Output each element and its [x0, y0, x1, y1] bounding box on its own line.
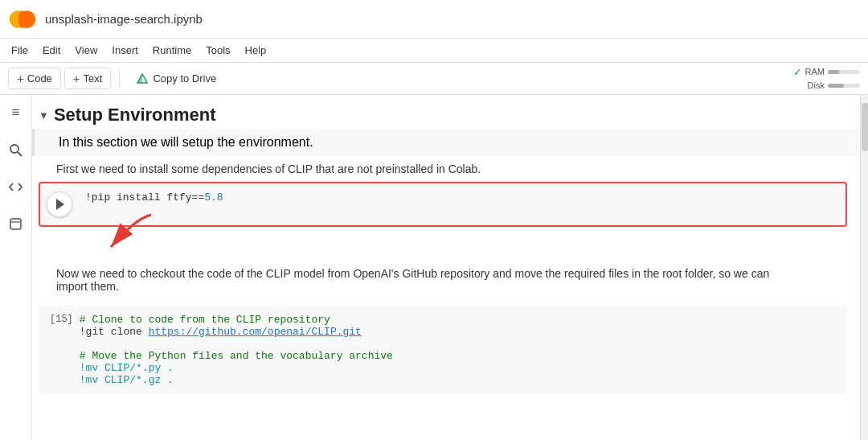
ram-bar — [828, 70, 860, 74]
ram-fill — [828, 70, 839, 74]
git-clone-text: !git clone — [80, 326, 149, 338]
menu-edit[interactable]: Edit — [43, 44, 60, 56]
sidebar-search-icon[interactable] — [5, 138, 27, 161]
run-triangle-icon — [56, 199, 64, 210]
cell-number: [15] — [50, 314, 73, 325]
code-line-comment-2: # Move the Python files and the vocabula… — [80, 350, 393, 362]
text-cell-1: In this section we will setup the enviro… — [32, 129, 860, 156]
ram-label: RAM — [805, 67, 825, 76]
scrollbar[interactable] — [860, 95, 868, 440]
copy-drive-label: Copy to Drive — [153, 72, 216, 84]
text-cell-3: Now we need to checkout the code of the … — [32, 227, 860, 299]
notebook-title: unsplash-image-search.ipynb — [45, 12, 203, 26]
disk-fill — [828, 84, 844, 88]
sidebar-code-icon[interactable] — [5, 175, 27, 198]
code-cell-2: [15] # Clone to code from the CLIP repos… — [39, 306, 847, 394]
menu-runtime[interactable]: Runtime — [153, 44, 191, 56]
svg-point-5 — [10, 145, 18, 153]
code-cell-2-content: # Clone to code from the CLIP repository… — [80, 314, 393, 386]
scrollbar-thumb — [862, 103, 868, 151]
ram-disk-indicator: ✓ RAM ✓ Disk — [793, 66, 860, 92]
github-link[interactable]: https://github.com/openai/CLIP.git — [149, 326, 362, 338]
menu-tools[interactable]: Tools — [206, 44, 230, 56]
sidebar-menu-icon[interactable]: ≡ — [5, 101, 27, 124]
section-title: Setup Environment — [54, 105, 216, 125]
plus-icon: + — [17, 72, 24, 85]
comment-2-text: # Move the Python files and the vocabula… — [80, 350, 393, 362]
svg-rect-7 — [10, 219, 21, 229]
checkmark-icon: ✓ — [793, 66, 802, 78]
colab-logo-icon — [8, 5, 37, 34]
menu-insert[interactable]: Insert — [112, 44, 138, 56]
svg-point-2 — [18, 10, 27, 28]
section-header: ▼ Setup Environment — [32, 95, 860, 129]
copy-to-drive-button[interactable]: Copy to Drive — [128, 69, 224, 88]
toolbar: + Code + Text Copy to Drive ✓ RAM ✓ Disk — [0, 63, 868, 95]
code-line-2: !mv CLIP/*.py . — [80, 362, 393, 374]
main-area: ≡ ▼ Setup Environment In this section we… — [0, 95, 868, 440]
menu-help[interactable]: Help — [245, 44, 267, 56]
comment-1-text: # Clone to code from the CLIP repository — [80, 314, 330, 326]
text-cell-2: First we need to install some dependenci… — [32, 156, 860, 182]
code-label: Code — [27, 72, 52, 84]
code-cell-1-content: !pip install ftfy==5.8 — [79, 183, 845, 212]
text-label: Text — [84, 72, 103, 84]
disk-label: Disk — [808, 80, 825, 90]
mv-py-line: !mv CLIP/*.py . — [80, 362, 174, 374]
topbar: unsplash-image-search.ipynb — [0, 0, 868, 39]
mv-gz-line: !mv CLIP/*.gz . — [80, 374, 174, 386]
add-text-button[interactable]: + Text — [64, 68, 112, 89]
pip-command: !pip install ftfy== — [85, 191, 204, 204]
code-line-comment-1: # Clone to code from the CLIP repository — [80, 314, 393, 326]
disk-bar — [828, 84, 860, 88]
text-cell-2-content: First we need to install some dependenci… — [56, 162, 481, 175]
toolbar-divider — [119, 70, 120, 88]
code-line-3: !mv CLIP/*.gz . — [80, 374, 393, 386]
text-cell-3-part2: import them. — [56, 280, 119, 293]
add-code-button[interactable]: + Code — [8, 68, 61, 89]
code-cell-1: !pip install ftfy==5.8 — [39, 182, 847, 227]
notebook-content: ▼ Setup Environment In this section we w… — [32, 95, 860, 440]
sidebar: ≡ — [0, 95, 32, 440]
drive-icon — [136, 72, 149, 85]
svg-line-6 — [18, 152, 22, 156]
section-collapse-arrow[interactable]: ▼ — [39, 109, 49, 121]
menubar: File Edit View Insert Runtime Tools Help — [0, 39, 868, 63]
code-line-1: !git clone https://github.com/openai/CLI… — [80, 326, 393, 338]
plus-icon-2: + — [73, 72, 80, 85]
version-number: 5.8 — [204, 191, 223, 204]
text-cell-1-content: In this section we will setup the enviro… — [59, 135, 313, 149]
menu-file[interactable]: File — [11, 44, 28, 56]
menu-view[interactable]: View — [75, 44, 97, 56]
sidebar-files-icon[interactable] — [5, 212, 27, 235]
run-button-1[interactable] — [47, 191, 72, 217]
text-cell-3-content: Now we need to checkout the code of the … — [56, 267, 769, 280]
